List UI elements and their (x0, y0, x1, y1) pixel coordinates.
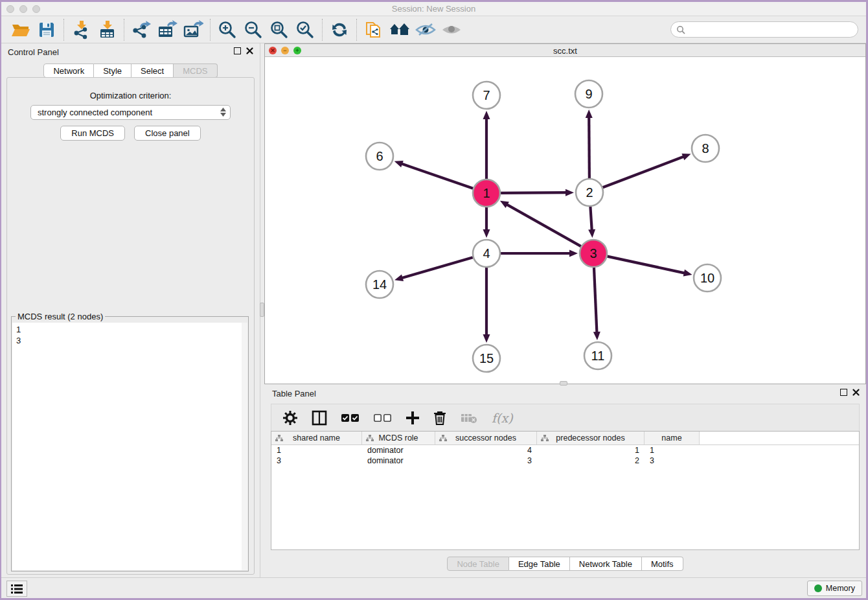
graph-edge-3-11[interactable] (594, 268, 597, 334)
zoom-in-button[interactable] (214, 19, 240, 41)
graph-edge-2-8[interactable] (603, 156, 685, 187)
column-header-predecessor-nodes[interactable]: predecessor nodes (537, 432, 645, 444)
graph-edge-3-1[interactable] (506, 204, 581, 247)
table-cell[interactable]: 2 (537, 456, 645, 465)
close-table-panel-icon[interactable] (852, 389, 860, 396)
zoom-fit-icon (269, 20, 289, 40)
save-session-button[interactable] (34, 19, 60, 41)
close-panel-button[interactable]: Close panel (134, 126, 201, 141)
duplicate-network-button[interactable] (361, 19, 387, 41)
node-table: shared name MCDS role successor nodes pr… (271, 431, 860, 550)
graph-node-label: 7 (483, 88, 490, 102)
result-scrollbar[interactable] (242, 323, 247, 570)
table-cell[interactable]: dominator (362, 456, 435, 465)
graph-edge-4-14[interactable] (401, 257, 473, 278)
column-header-successor-nodes[interactable]: successor nodes (435, 432, 537, 444)
split-view-button[interactable] (312, 410, 327, 426)
import-network-button[interactable] (68, 19, 94, 41)
network-canvas[interactable]: 7968124314101511 (265, 57, 865, 384)
export-table-button[interactable] (154, 19, 180, 41)
float-table-panel-icon[interactable] (840, 389, 847, 396)
horizontal-splitter-grip[interactable] (560, 381, 567, 386)
tab-style[interactable]: Style (94, 63, 131, 78)
column-type-icon (366, 435, 374, 442)
tab-select[interactable]: Select (131, 63, 174, 78)
export-image-button[interactable] (180, 19, 206, 41)
import-table-button[interactable] (94, 19, 120, 41)
graph-edge-1-6[interactable] (400, 163, 473, 189)
tab-motifs[interactable]: Motifs (642, 557, 683, 571)
column-header-mcds-role[interactable]: MCDS role (362, 432, 435, 444)
column-header-name[interactable]: name (645, 432, 700, 444)
graph-edge-3-10[interactable] (608, 257, 686, 273)
close-panel-icon[interactable] (246, 47, 253, 54)
table-cell[interactable]: 3 (271, 456, 362, 465)
show-all-button[interactable] (439, 19, 464, 41)
show-task-history-button[interactable] (6, 581, 27, 597)
select-all-rows-button[interactable] (341, 413, 360, 422)
float-panel-icon[interactable] (234, 47, 241, 54)
delete-table-button[interactable] (461, 412, 477, 424)
zoom-out-button[interactable] (240, 19, 266, 41)
export-image-icon (183, 20, 203, 40)
function-builder-button[interactable]: f(x) (492, 411, 513, 425)
memory-label: Memory (826, 584, 855, 593)
graph-node-label: 6 (376, 149, 383, 163)
tab-network-table[interactable]: Network Table (570, 557, 642, 571)
tab-mcds[interactable]: MCDS (174, 63, 217, 78)
node-table-body: 1dominator4113dominator323 (271, 445, 859, 466)
home-legacy-button[interactable] (387, 19, 413, 41)
run-mcds-button[interactable]: Run MCDS (60, 126, 125, 141)
graph-node-label: 14 (372, 277, 387, 292)
eye-icon (440, 21, 463, 38)
tab-edge-table[interactable]: Edge Table (509, 557, 570, 571)
table-cell[interactable]: 1 (645, 446, 700, 455)
optimization-criterion-dropdown[interactable]: strongly connected component (30, 105, 231, 120)
houses-icon (389, 21, 411, 39)
mcds-result-list[interactable]: 13 (12, 323, 242, 570)
control-panel-title: Control Panel (8, 47, 59, 57)
graph-edge-arrowhead (569, 250, 578, 257)
graph-edge-2-3[interactable] (590, 207, 591, 231)
search-icon (676, 25, 685, 34)
memory-button[interactable]: Memory (807, 581, 862, 596)
table-row[interactable]: 3dominator323 (271, 456, 859, 466)
tab-network[interactable]: Network (43, 63, 94, 78)
export-network-button[interactable] (128, 19, 154, 41)
screen: Session: New Session (0, 0, 868, 600)
tab-node-table[interactable]: Node Table (447, 557, 509, 571)
table-cell[interactable]: dominator (362, 446, 435, 455)
table-row[interactable]: 1dominator411 (271, 445, 859, 456)
zoom-fit-button[interactable] (266, 19, 292, 41)
search-input[interactable] (689, 25, 858, 34)
open-session-button[interactable] (8, 19, 34, 41)
vertical-splitter-grip[interactable] (260, 303, 264, 317)
mcds-panel-body: Optimization criterion: strongly connect… (6, 77, 255, 575)
window-titlebar: Session: New Session (1, 2, 866, 16)
table-cell[interactable]: 1 (537, 446, 645, 455)
column-header-shared-name[interactable]: shared name (271, 432, 362, 444)
column-type-icon (439, 435, 447, 442)
refresh-layout-button[interactable] (326, 19, 352, 41)
table-cell[interactable]: 4 (435, 446, 537, 455)
zoom-selected-icon (295, 20, 315, 40)
application-window: Session: New Session (1, 2, 866, 598)
table-cell[interactable]: 3 (435, 456, 537, 465)
network-window-title: scc.txt (265, 46, 865, 56)
deselect-all-rows-button[interactable] (374, 413, 392, 422)
mcds-result-box: MCDS result (2 nodes) 13 (11, 316, 249, 571)
graph-edge-arrowhead (483, 334, 490, 343)
hide-selected-button[interactable] (413, 19, 439, 41)
delete-column-button[interactable] (433, 411, 446, 425)
network-window-titlebar[interactable]: ✕ − + scc.txt (265, 44, 865, 57)
graph-edge-1-2[interactable] (501, 192, 567, 193)
table-cell[interactable]: 3 (645, 456, 700, 465)
table-toolbar: f(x) (271, 404, 860, 431)
search-box[interactable] (670, 21, 858, 38)
node-table-header: shared name MCDS role successor nodes pr… (271, 432, 859, 445)
graph-edge-2-9[interactable] (589, 116, 589, 178)
table-settings-button[interactable] (283, 411, 297, 425)
table-cell[interactable]: 1 (271, 446, 362, 455)
add-column-button[interactable] (406, 411, 419, 424)
zoom-selected-button[interactable] (292, 19, 318, 41)
